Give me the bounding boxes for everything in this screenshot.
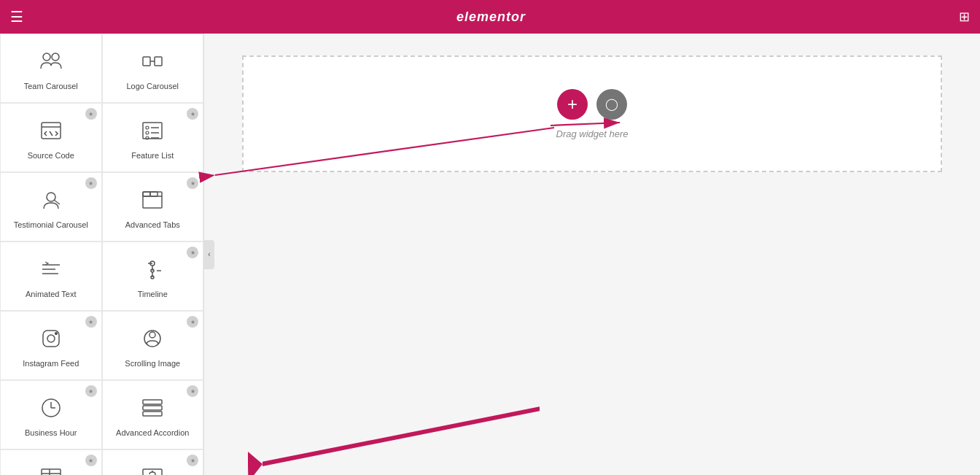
svg-rect-5: [42, 123, 61, 139]
widget-label-team-carousel: Team Carousel: [24, 81, 78, 91]
price-icon: [139, 463, 166, 475]
widget-label-source-code: Source Code: [28, 150, 74, 161]
animated-text-icon: [37, 255, 65, 283]
svg-point-11: [146, 131, 149, 134]
instagram-icon: [37, 325, 65, 352]
widget-label-feature-list: Feature List: [131, 150, 174, 161]
svg-rect-18: [143, 192, 150, 196]
svg-rect-3: [155, 57, 162, 66]
menu-icon[interactable]: ☰: [10, 8, 23, 26]
tabs-icon: [139, 186, 166, 214]
widget-team-carousel[interactable]: Team Carousel: [0, 34, 102, 103]
pro-badge: ★: [85, 177, 97, 189]
svg-point-9: [146, 126, 149, 129]
pro-badge: ★: [85, 108, 97, 120]
svg-rect-41: [143, 412, 162, 416]
add-section-button[interactable]: +: [557, 89, 588, 120]
drop-zone[interactable]: + ◯ Drag widget here: [242, 55, 942, 172]
code-icon: [37, 117, 65, 144]
pro-badge: ★: [187, 385, 198, 397]
svg-rect-17: [143, 192, 162, 208]
widget-label-business-hour: Business Hour: [25, 428, 77, 438]
main-layout: Team CarouselLogo Carousel★Source Code★F…: [0, 34, 980, 475]
list-icon: [139, 117, 166, 144]
grid-icon[interactable]: ⊞: [959, 9, 970, 25]
scrolling-icon: [139, 325, 166, 352]
pro-badge: ★: [187, 316, 198, 328]
widget-label-timeline: Timeline: [138, 289, 168, 299]
widget-advanced-tabs[interactable]: ★Advanced Tabs: [102, 172, 204, 242]
logo-icon: [139, 47, 166, 75]
widget-label-testimonial-carousel: Testimonial Carousel: [14, 220, 88, 230]
widget-label-scrolling-image: Scrolling Image: [125, 358, 180, 368]
pro-badge: ★: [85, 385, 97, 397]
top-header: ☰ elementor ⊞: [0, 0, 980, 34]
drop-label: Drag widget here: [556, 128, 629, 139]
accordion-icon: [139, 394, 166, 422]
logo: elementor: [456, 9, 526, 25]
svg-point-33: [55, 333, 57, 335]
widget-label-instagram-feed: Instagram Feed: [23, 358, 79, 368]
widget-animated-text[interactable]: Animated Text: [0, 242, 102, 311]
canvas-area: + ◯ Drag widget here: [204, 34, 980, 475]
widget-widget-13[interactable]: ★Data Table: [0, 449, 102, 475]
svg-rect-2: [143, 57, 150, 66]
widget-grid: Team CarouselLogo Carousel★Source Code★F…: [0, 34, 203, 475]
pro-badge: ★: [85, 455, 97, 466]
svg-line-7: [50, 131, 52, 136]
widget-testimonial-carousel[interactable]: ★Testimonial Carousel: [0, 172, 102, 242]
widget-logo-carousel[interactable]: Logo Carousel: [102, 34, 204, 103]
widget-label-logo-carousel: Logo Carousel: [126, 81, 179, 91]
pro-badge: ★: [187, 108, 198, 120]
svg-point-32: [47, 335, 55, 342]
widget-feature-list[interactable]: ★Feature List: [102, 103, 204, 172]
add-template-button[interactable]: ◯: [596, 89, 627, 120]
svg-point-35: [149, 332, 155, 338]
widget-instagram-feed[interactable]: ★Instagram Feed: [0, 311, 102, 380]
pro-badge: ★: [187, 247, 198, 258]
timeline-icon: [139, 255, 166, 283]
widget-label-animated-text: Animated Text: [26, 289, 77, 299]
pro-badge: ★: [85, 316, 97, 328]
svg-point-1: [52, 53, 59, 61]
widget-widget-14[interactable]: ★Price Menu: [102, 449, 204, 475]
svg-rect-39: [143, 400, 162, 404]
testimonial-icon: [37, 186, 65, 214]
svg-rect-8: [143, 123, 162, 139]
table-icon: [37, 463, 65, 475]
pro-badge: ★: [187, 177, 198, 189]
clock-icon: [37, 394, 65, 422]
svg-line-51: [262, 409, 540, 464]
widget-source-code[interactable]: ★Source Code: [0, 103, 102, 172]
sidebar-wrapper: Team CarouselLogo Carousel★Source Code★F…: [0, 34, 204, 475]
svg-rect-40: [143, 406, 162, 410]
svg-point-0: [43, 53, 50, 61]
widget-timeline[interactable]: ★Timeline: [102, 242, 204, 311]
collapse-handle[interactable]: ‹: [204, 240, 214, 269]
pro-badge: ★: [187, 455, 198, 466]
widget-business-hour[interactable]: ★Business Hour: [0, 380, 102, 449]
widget-label-advanced-tabs: Advanced Tabs: [125, 220, 180, 230]
widget-label-advanced-accordion: Advanced Accordion: [116, 428, 189, 438]
widget-scrolling-image[interactable]: ★Scrolling Image: [102, 311, 204, 380]
drop-buttons: + ◯: [557, 89, 627, 120]
widget-advanced-accordion[interactable]: ★Advanced Accordion: [102, 380, 204, 449]
team-icon: [37, 47, 65, 75]
widget-panel: Team CarouselLogo Carousel★Source Code★F…: [0, 34, 204, 475]
svg-rect-19: [150, 192, 158, 196]
